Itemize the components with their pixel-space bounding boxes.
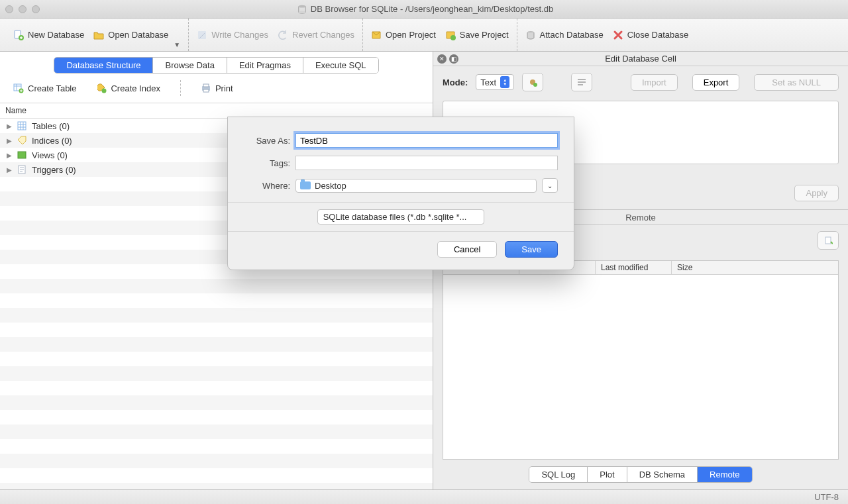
new-database-icon xyxy=(13,30,24,40)
close-database-button[interactable]: Close Database xyxy=(613,30,689,40)
write-changes-button: Write Changes xyxy=(197,30,268,40)
edit-cell-panel-header: ✕ ◧ Edit Database Cell xyxy=(433,52,848,66)
svg-point-1 xyxy=(299,11,306,13)
table-icon xyxy=(17,121,26,130)
revert-changes-icon xyxy=(278,30,288,40)
tab-db-schema[interactable]: DB Schema xyxy=(627,467,698,482)
tags-label: Tags: xyxy=(244,158,290,168)
main-tab-bar: Database Structure Browse Data Edit Prag… xyxy=(54,57,378,74)
close-database-icon xyxy=(613,30,623,40)
save-as-input[interactable] xyxy=(295,133,558,148)
where-label: Where: xyxy=(244,181,290,191)
remote-table[interactable]: Name Commit Last modified Size xyxy=(443,260,839,460)
svg-rect-13 xyxy=(18,122,26,130)
svg-rect-14 xyxy=(18,152,26,158)
chevron-right-icon: ▶ xyxy=(7,166,12,174)
save-as-label: Save As: xyxy=(244,136,290,146)
svg-point-9 xyxy=(102,89,107,93)
export-button[interactable]: Export xyxy=(692,74,740,91)
create-table-button[interactable]: Create Table xyxy=(13,83,76,93)
set-null-button: Set as NULL xyxy=(754,74,839,91)
push-button[interactable] xyxy=(818,231,839,250)
updown-icon: ▲▼ xyxy=(470,212,478,222)
tag-icon xyxy=(17,136,26,145)
database-icon xyxy=(297,5,307,14)
chevron-right-icon: ▶ xyxy=(7,152,12,159)
window-title: DB Browser for SQLite - /Users/jeonghean… xyxy=(40,4,811,14)
trigger-icon xyxy=(17,165,26,174)
th-modified[interactable]: Last modified xyxy=(596,261,672,274)
create-table-icon xyxy=(13,83,24,93)
write-changes-icon xyxy=(197,30,207,40)
minimize-window-icon[interactable] xyxy=(19,5,26,13)
save-project-button[interactable]: Save Project xyxy=(445,30,509,40)
zoom-window-icon[interactable] xyxy=(32,5,40,13)
folder-icon xyxy=(300,181,311,189)
print-button[interactable]: Print xyxy=(201,83,233,93)
tab-remote[interactable]: Remote xyxy=(698,467,752,482)
tree-header-name[interactable]: Name xyxy=(0,103,433,118)
svg-point-5 xyxy=(450,35,456,40)
apply-button: Apply xyxy=(794,185,839,201)
svg-point-0 xyxy=(299,5,306,7)
view-icon xyxy=(17,150,26,160)
th-size[interactable]: Size xyxy=(672,261,838,274)
close-panel-icon[interactable]: ✕ xyxy=(437,54,447,64)
updown-icon: ▲▼ xyxy=(524,181,532,191)
mode-label: Mode: xyxy=(443,77,468,87)
bottom-tab-bar: SQL Log Plot DB Schema Remote xyxy=(529,466,752,483)
tab-sql-log[interactable]: SQL Log xyxy=(529,467,588,482)
upload-icon xyxy=(823,236,833,245)
svg-rect-4 xyxy=(198,31,206,39)
new-database-button[interactable]: New Database xyxy=(13,30,84,40)
open-database-button[interactable]: Open Database xyxy=(93,30,168,40)
statusbar: UTF-8 xyxy=(0,489,848,504)
create-index-icon xyxy=(96,83,107,93)
titlebar: DB Browser for SQLite - /Users/jeonghean… xyxy=(0,0,848,19)
cancel-button[interactable]: Cancel xyxy=(437,241,497,258)
main-toolbar: New Database Open Database ▼ Write Chang… xyxy=(0,19,848,52)
tab-database-structure[interactable]: Database Structure xyxy=(54,58,153,73)
save-dialog: Save As: Tags: Where: Desktop ▲▼ ⌄ SQLit… xyxy=(227,117,574,270)
create-index-button[interactable]: Create Index xyxy=(96,83,160,93)
save-project-icon xyxy=(445,30,456,40)
gear-icon xyxy=(527,77,538,87)
tab-edit-pragmas[interactable]: Edit Pragmas xyxy=(227,58,303,73)
mode-select[interactable]: Text ▲▼ xyxy=(476,74,514,90)
open-database-icon xyxy=(93,30,104,40)
chevron-right-icon: ▶ xyxy=(7,123,12,130)
tab-browse-data[interactable]: Browse Data xyxy=(153,58,227,73)
encoding-indicator: UTF-8 xyxy=(814,492,839,502)
tags-input[interactable] xyxy=(295,156,558,170)
close-window-icon[interactable] xyxy=(5,5,13,13)
indent-icon xyxy=(577,77,586,87)
open-project-icon xyxy=(371,30,382,40)
svg-rect-20 xyxy=(825,237,831,244)
chevron-right-icon: ▶ xyxy=(7,137,12,144)
svg-rect-11 xyxy=(203,84,209,87)
expand-browser-button[interactable]: ⌄ xyxy=(542,178,558,193)
attach-database-button[interactable]: Attach Database xyxy=(525,30,604,40)
svg-point-17 xyxy=(533,83,537,87)
filetype-select[interactable]: SQLite database files (*.db *.sqlite *..… xyxy=(317,209,485,225)
save-button[interactable]: Save xyxy=(505,241,558,258)
chevron-down-icon: ⌄ xyxy=(547,182,553,189)
tab-plot[interactable]: Plot xyxy=(588,467,627,482)
where-select[interactable]: Desktop ▲▼ xyxy=(295,179,537,193)
chevron-down-icon[interactable]: ▼ xyxy=(174,41,180,48)
svg-rect-12 xyxy=(203,89,209,92)
format-button[interactable] xyxy=(522,73,543,91)
updown-icon: ▲▼ xyxy=(500,76,509,88)
indent-button[interactable] xyxy=(571,73,592,91)
revert-changes-button: Revert Changes xyxy=(278,30,354,40)
attach-database-icon xyxy=(525,30,536,40)
popout-panel-icon[interactable]: ◧ xyxy=(449,54,458,64)
window-controls[interactable] xyxy=(5,5,40,13)
open-project-button[interactable]: Open Project xyxy=(371,30,436,40)
print-icon xyxy=(201,83,211,93)
import-button: Import xyxy=(631,74,678,91)
tab-execute-sql[interactable]: Execute SQL xyxy=(303,58,378,73)
